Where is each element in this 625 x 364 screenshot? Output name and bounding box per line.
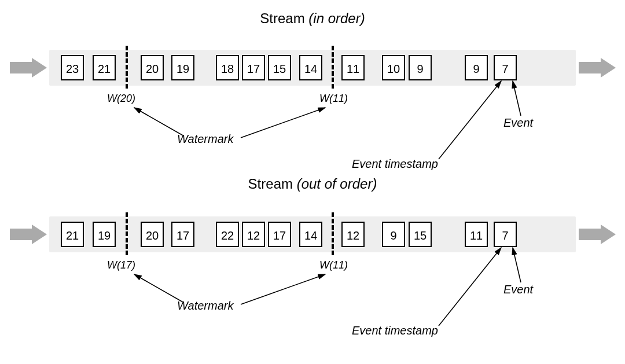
event-box: 22 [216,222,239,247]
event-box: 19 [93,222,116,247]
event-box: 9 [409,55,432,80]
svg-line-4 [513,81,521,116]
watermark-divider [332,46,334,89]
svg-line-11 [439,248,501,326]
event-box: 19 [171,55,194,80]
svg-marker-6 [10,225,47,244]
svg-marker-1 [579,58,616,78]
svg-line-9 [241,274,325,304]
watermark-label-right: W(11) [319,259,348,271]
event-box: 23 [61,55,84,80]
watermark-label-left: W(20) [107,93,135,105]
diagram-canvas: Stream (in order) 23 21 20 19 18 17 15 1… [0,0,625,364]
svg-line-5 [439,81,501,159]
event-box: 21 [61,222,84,247]
event-box: 20 [141,222,164,247]
stream-track-top: 23 21 20 19 18 17 15 14 11 10 9 9 7 [49,50,576,86]
watermark-label-left: W(17) [107,259,135,271]
title-suffix: (out of order) [297,176,377,192]
event-box: 20 [141,55,164,80]
event-timestamp-annotation: Event timestamp [352,324,438,337]
event-annotation: Event [503,283,533,296]
svg-line-2 [134,108,183,135]
event-box: 18 [216,55,239,80]
watermark-divider [332,212,334,255]
right-arrow-icon [579,225,616,244]
watermark-annotation: Watermark [177,133,233,146]
callout-arrows-top [0,0,625,185]
event-box: 17 [268,222,291,247]
event-box: 15 [268,55,291,80]
event-box: 11 [341,55,365,80]
right-arrow-icon [10,58,47,78]
event-box: 9 [465,55,488,80]
svg-line-3 [241,108,325,138]
event-box: 12 [341,222,365,247]
svg-line-8 [134,274,183,302]
event-box: 12 [242,222,265,247]
svg-line-10 [513,248,521,282]
event-box: 7 [494,55,517,80]
event-box: 10 [382,55,405,80]
title-prefix: Stream [260,10,308,26]
svg-marker-7 [579,225,616,244]
svg-marker-0 [10,58,47,78]
watermark-label-right: W(11) [319,93,348,105]
event-annotation: Event [503,116,533,130]
event-box: 17 [242,55,265,80]
title-in-order: Stream (in order) [0,10,625,27]
event-box: 15 [409,222,432,247]
watermark-annotation: Watermark [177,299,233,312]
event-box: 14 [299,222,322,247]
right-arrow-icon [10,225,47,244]
event-box: 21 [93,55,116,80]
event-box: 11 [465,222,488,247]
title-suffix: (in order) [308,10,365,26]
event-box: 7 [494,222,517,247]
event-box: 9 [382,222,405,247]
event-box: 17 [171,222,194,247]
watermark-divider [126,212,128,255]
event-timestamp-annotation: Event timestamp [352,157,438,171]
watermark-divider [126,46,128,89]
title-prefix: Stream [248,176,297,192]
right-arrow-icon [579,58,616,78]
event-box: 14 [299,55,322,80]
title-out-of-order: Stream (out of order) [0,176,625,192]
stream-track-bottom: 21 19 20 17 22 12 17 14 12 9 15 11 7 [49,216,576,252]
